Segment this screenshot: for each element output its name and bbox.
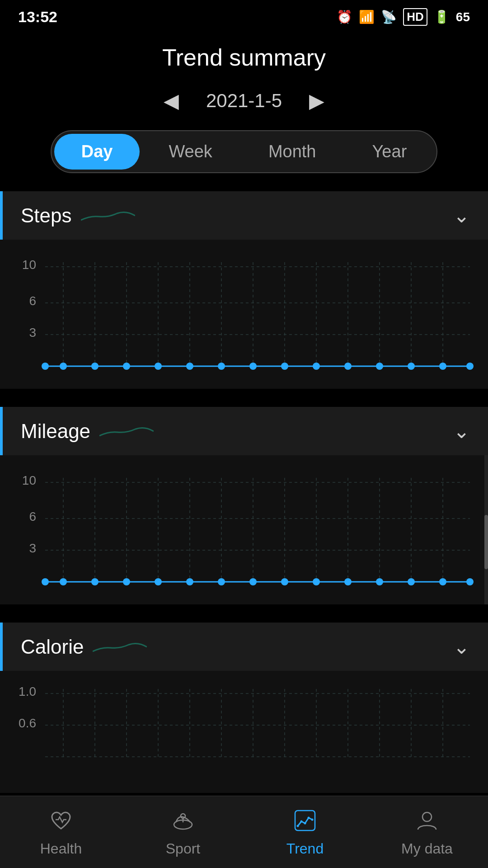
mileage-header[interactable]: Mileage ⌄	[0, 407, 488, 455]
nav-mydata-label: My data	[401, 840, 453, 857]
mileage-chart-svg: 10 6 3	[14, 464, 474, 591]
svg-point-24	[123, 363, 130, 370]
steps-section: Steps ⌄ 10 6 3	[0, 191, 488, 389]
svg-point-98	[311, 819, 314, 821]
svg-point-34	[439, 363, 446, 370]
calorie-chart-svg: 1.0 0.6	[14, 680, 474, 779]
date-next-button[interactable]: ▶	[309, 89, 324, 112]
svg-point-66	[313, 578, 320, 585]
tab-group: Day Week Month Year	[51, 130, 438, 173]
trend-icon	[293, 809, 317, 836]
svg-text:0.6: 0.6	[19, 716, 36, 730]
svg-point-63	[218, 578, 225, 585]
alarm-icon: ⏰	[337, 9, 352, 24]
svg-point-23	[91, 363, 99, 370]
scrollbar-track[interactable]	[484, 455, 488, 604]
tab-switcher: Day Week Month Year	[0, 130, 488, 173]
svg-point-91	[181, 814, 185, 818]
mileage-curve-icon	[99, 422, 154, 440]
svg-point-59	[91, 578, 99, 585]
nav-health[interactable]: Health	[0, 796, 122, 868]
steps-header[interactable]: Steps ⌄	[0, 191, 488, 240]
nav-sport-label: Sport	[166, 840, 200, 857]
wifi-icon: 📶	[359, 9, 375, 24]
mileage-chart: 10 6 3	[0, 455, 488, 604]
svg-point-65	[281, 578, 288, 585]
svg-point-60	[123, 578, 130, 585]
signal-icon: 📡	[381, 9, 397, 24]
scrollbar-thumb[interactable]	[484, 515, 488, 569]
steps-chevron-icon: ⌄	[453, 204, 470, 227]
steps-chart: 10 6 3	[0, 240, 488, 389]
hd-icon: HD	[403, 8, 427, 26]
tab-day[interactable]: Day	[54, 134, 140, 170]
svg-text:1.0: 1.0	[19, 684, 36, 698]
calorie-section: Calorie ⌄ 1.0 0.6	[0, 623, 488, 793]
svg-point-70	[439, 578, 446, 585]
tab-year[interactable]: Year	[345, 134, 434, 170]
svg-point-22	[60, 363, 67, 370]
svg-point-68	[376, 578, 383, 585]
calorie-title-row: Calorie	[21, 636, 147, 658]
svg-point-58	[60, 578, 67, 585]
date-display: 2021-1-5	[206, 90, 282, 112]
mileage-title-row: Mileage	[21, 420, 154, 443]
calorie-chart: 1.0 0.6	[0, 671, 488, 793]
steps-title-row: Steps	[21, 204, 135, 227]
svg-text:10: 10	[22, 258, 36, 272]
svg-point-71	[466, 578, 474, 585]
calorie-curve-icon	[93, 638, 147, 656]
steps-chart-svg: 10 6 3	[14, 249, 474, 375]
sport-icon	[171, 809, 195, 836]
mydata-icon	[415, 809, 439, 836]
date-navigation: ◀ 2021-1-5 ▶	[0, 80, 488, 126]
calorie-title: Calorie	[21, 636, 84, 658]
status-icons: ⏰ 📶 📡 HD 🔋 65	[337, 8, 470, 26]
svg-point-33	[408, 363, 415, 370]
svg-text:10: 10	[22, 473, 36, 487]
nav-trend-label: Trend	[286, 840, 324, 857]
nav-trend[interactable]: Trend	[244, 796, 366, 868]
svg-point-28	[249, 363, 257, 370]
mileage-section: Mileage ⌄ 10 6 3	[0, 407, 488, 604]
svg-point-96	[304, 822, 306, 825]
svg-point-26	[186, 363, 193, 370]
svg-text:6: 6	[29, 294, 36, 308]
page-title: Trend summary	[0, 30, 488, 80]
svg-point-29	[281, 363, 288, 370]
nav-health-label: Health	[40, 840, 82, 857]
mileage-chevron-icon: ⌄	[453, 420, 470, 443]
svg-point-21	[42, 363, 49, 370]
svg-point-30	[313, 363, 320, 370]
svg-point-97	[308, 817, 310, 819]
status-bar: 13:52 ⏰ 📶 📡 HD 🔋 65	[0, 0, 488, 30]
svg-point-32	[376, 363, 383, 370]
steps-title: Steps	[21, 204, 72, 227]
svg-point-27	[218, 363, 225, 370]
tab-week[interactable]: Week	[141, 134, 239, 170]
svg-point-94	[297, 825, 299, 827]
svg-point-67	[344, 578, 352, 585]
svg-text:6: 6	[29, 509, 36, 524]
mileage-title: Mileage	[21, 420, 90, 443]
calorie-chevron-icon: ⌄	[453, 635, 470, 658]
bottom-navigation: Health Sport Trend	[0, 796, 488, 868]
svg-point-25	[155, 363, 162, 370]
svg-point-62	[186, 578, 193, 585]
calorie-header[interactable]: Calorie ⌄	[0, 623, 488, 671]
date-prev-button[interactable]: ◀	[164, 89, 179, 112]
battery-level: 65	[456, 10, 470, 24]
svg-point-99	[422, 812, 432, 821]
svg-point-64	[249, 578, 257, 585]
nav-sport[interactable]: Sport	[122, 796, 244, 868]
svg-point-31	[344, 363, 352, 370]
svg-text:3: 3	[29, 326, 36, 340]
svg-point-57	[42, 578, 49, 585]
nav-mydata[interactable]: My data	[366, 796, 488, 868]
battery-icon: 🔋	[434, 9, 450, 24]
svg-point-69	[408, 578, 415, 585]
tab-month[interactable]: Month	[241, 134, 343, 170]
health-icon	[49, 809, 73, 836]
status-time: 13:52	[18, 8, 57, 26]
steps-curve-icon	[81, 207, 135, 225]
